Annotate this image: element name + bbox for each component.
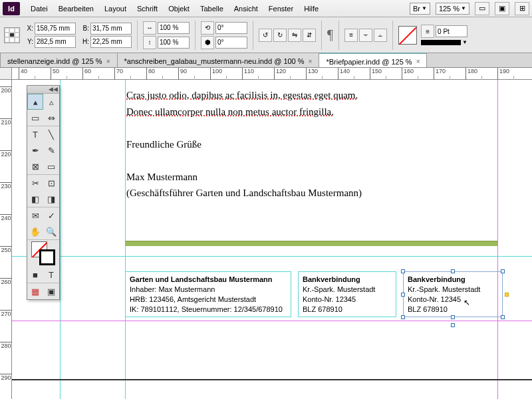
guide-vertical-margin[interactable] bbox=[497, 80, 498, 399]
footer-box-company[interactable]: Garten und Landschaftsbau Mustermann Inh… bbox=[125, 271, 291, 317]
page-edge bbox=[12, 379, 532, 380]
line-tool[interactable]: ╲ bbox=[43, 126, 59, 142]
scissors-tool[interactable]: ✂ bbox=[27, 175, 43, 191]
align-icon-1[interactable]: ≡ bbox=[344, 29, 358, 42]
document-tab[interactable]: stellenanzeige.indd @ 125 %× bbox=[0, 53, 118, 67]
footer-box-bank-2-selected[interactable]: Bankverbindung Kr.-Spark. Musterstadt Ko… bbox=[403, 271, 503, 317]
gap-tool[interactable]: ⇔ bbox=[43, 110, 59, 126]
fill-stroke-control[interactable] bbox=[27, 240, 59, 267]
footer-heading: Bankverbindung bbox=[303, 275, 392, 285]
menu-hilfe[interactable]: Hilfe bbox=[299, 2, 324, 15]
free-transform-tool[interactable]: ⊡ bbox=[43, 175, 59, 191]
selection-handle[interactable] bbox=[501, 269, 505, 273]
gradient-swatch-tool[interactable]: ◧ bbox=[27, 191, 43, 207]
tab-close-icon[interactable]: × bbox=[309, 58, 313, 65]
view-mode-icon[interactable]: ▭ bbox=[475, 2, 489, 15]
width-input[interactable] bbox=[90, 23, 132, 35]
fill-swatch[interactable] bbox=[398, 26, 417, 45]
footer-box-bank-1[interactable]: Bankverbindung Kr.-Spark. Musterstadt Ko… bbox=[298, 271, 396, 317]
preview-button[interactable]: ▣ bbox=[43, 283, 59, 299]
scale-y-input[interactable] bbox=[158, 37, 190, 49]
rotate-cw-icon[interactable]: ↻ bbox=[273, 29, 287, 42]
selection-handle[interactable] bbox=[501, 315, 505, 319]
footer-line: HRB: 123456, Amtsgericht Musterstadt bbox=[130, 295, 287, 305]
shear-input[interactable] bbox=[215, 37, 247, 49]
ruler-vertical[interactable]: 200210220230240250260270280290 bbox=[0, 80, 12, 399]
selection-tool[interactable]: ▴ bbox=[27, 94, 43, 110]
divider-strip[interactable] bbox=[125, 241, 497, 246]
hand-tool[interactable]: ✋ bbox=[27, 223, 43, 239]
guide-horizontal[interactable] bbox=[12, 256, 532, 257]
workspace: 4050607080901001101201301401501601701801… bbox=[0, 68, 532, 399]
bridge-dropdown[interactable]: Br▼ bbox=[410, 3, 430, 15]
align-icon-3[interactable]: ⫠ bbox=[374, 29, 387, 42]
greeting: Freundliche Grüße bbox=[126, 137, 362, 152]
document-tab[interactable]: *Briefpapier.indd @ 125 %× bbox=[319, 53, 427, 67]
body-line: Cras justo odio, dapibus ac facilisis in… bbox=[126, 90, 358, 100]
height-input[interactable] bbox=[90, 36, 132, 48]
selection-handle[interactable] bbox=[401, 315, 405, 319]
selection-handle[interactable] bbox=[451, 315, 455, 319]
tab-close-icon[interactable]: × bbox=[416, 58, 420, 65]
screen-mode-icon[interactable]: ▣ bbox=[495, 2, 509, 15]
stroke-weight-input[interactable] bbox=[436, 25, 467, 37]
menu-ansicht[interactable]: Ansicht bbox=[229, 2, 263, 15]
shear-icon: ⬢ bbox=[201, 36, 214, 49]
canvas[interactable]: Cras justo odio, dapibus ac facilisis in… bbox=[12, 80, 532, 399]
selection-handle[interactable] bbox=[451, 323, 455, 327]
ruler-origin[interactable] bbox=[0, 68, 12, 80]
zoom-dropdown[interactable]: 125 %▼ bbox=[436, 3, 469, 15]
selection-handle[interactable] bbox=[401, 293, 405, 297]
rotate-icon: ⟲ bbox=[201, 21, 214, 35]
flip-h-icon[interactable]: ⇋ bbox=[288, 29, 301, 42]
menubar-controls: Br▼ 125 %▼ ▭ ▣ ⊞ bbox=[410, 2, 529, 15]
ruler-horizontal[interactable]: 4050607080901001101201301401501601701801… bbox=[12, 68, 532, 80]
guide-horizontal-margin[interactable] bbox=[12, 321, 532, 321]
direct-selection-tool[interactable]: ▵ bbox=[43, 94, 59, 110]
note-tool[interactable]: ✉ bbox=[27, 207, 43, 223]
align-icon-2[interactable]: ⫟ bbox=[359, 29, 372, 42]
menu-datei[interactable]: Datei bbox=[25, 2, 53, 15]
rotate-input[interactable] bbox=[215, 22, 247, 34]
menu-schrift[interactable]: Schrift bbox=[132, 2, 163, 15]
menu-fenster[interactable]: Fenster bbox=[263, 2, 299, 15]
x-input[interactable] bbox=[35, 23, 76, 35]
tab-close-icon[interactable]: × bbox=[106, 58, 110, 65]
paragraph-icon[interactable]: ¶ bbox=[327, 27, 333, 43]
eyedropper-tool[interactable]: ✓ bbox=[43, 207, 59, 223]
formatting-affects-button[interactable]: T bbox=[43, 267, 59, 283]
selection-handle[interactable] bbox=[451, 269, 455, 273]
menu-layout[interactable]: Layout bbox=[99, 2, 132, 15]
document-tabs: stellenanzeige.indd @ 125 %×*anschreiben… bbox=[0, 53, 532, 68]
tools-panel[interactable]: ◀◀ ▴ ▵ ▭ ⇔ T ╲ ✒ ✎ ⊠ ▭ ✂ ⊡ ◧ ◨ ✉ ✓ ✋ 🔍 ■… bbox=[27, 85, 60, 300]
menu-bearbeiten[interactable]: Bearbeiten bbox=[53, 2, 99, 15]
body-text-frame[interactable]: Cras justo odio, dapibus ac facilisis in… bbox=[126, 88, 362, 202]
guide-vertical[interactable] bbox=[60, 80, 61, 399]
rectangle-tool[interactable]: ▭ bbox=[43, 158, 59, 174]
guide-vertical[interactable] bbox=[125, 80, 126, 399]
normal-view-button[interactable]: ▦ bbox=[27, 283, 43, 299]
rectangle-frame-tool[interactable]: ⊠ bbox=[27, 158, 43, 174]
menu-objekt[interactable]: Objekt bbox=[163, 2, 195, 15]
arrange-icon[interactable]: ⊞ bbox=[515, 2, 529, 15]
selection-handle[interactable] bbox=[401, 269, 405, 273]
pencil-tool[interactable]: ✎ bbox=[43, 142, 59, 158]
stroke-style-swatch[interactable] bbox=[421, 40, 461, 45]
type-tool[interactable]: T bbox=[27, 126, 43, 142]
gradient-feather-tool[interactable]: ◨ bbox=[43, 191, 59, 207]
pen-tool[interactable]: ✒ bbox=[27, 142, 43, 158]
reference-point[interactable] bbox=[4, 27, 20, 43]
scale-x-input[interactable] bbox=[158, 22, 190, 34]
menubar: Id DateiBearbeitenLayoutSchriftObjektTab… bbox=[0, 0, 532, 17]
menu-tabelle[interactable]: Tabelle bbox=[195, 2, 229, 15]
rotate-ccw-icon[interactable]: ↺ bbox=[259, 29, 272, 42]
footer-line: BLZ 678910 bbox=[408, 305, 498, 315]
y-input[interactable] bbox=[35, 36, 76, 48]
apply-color-button[interactable]: ■ bbox=[27, 267, 43, 283]
tools-panel-header[interactable]: ◀◀ bbox=[27, 86, 59, 94]
flip-v-icon[interactable]: ⇵ bbox=[303, 29, 316, 42]
document-tab[interactable]: *anschreiben_galabau_mustermann-neu.indd… bbox=[117, 53, 320, 67]
page-tool[interactable]: ▭ bbox=[27, 110, 43, 126]
zoom-tool[interactable]: 🔍 bbox=[43, 223, 59, 239]
selection-handle-live-corner[interactable] bbox=[505, 293, 509, 297]
